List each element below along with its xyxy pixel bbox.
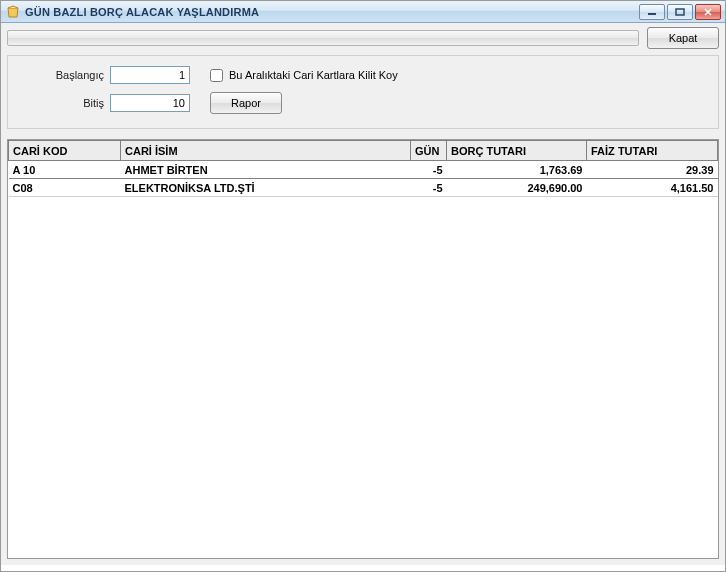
table-cell: AHMET BİRTEN [121, 161, 411, 179]
filter-panel: Başlangıç Bu Aralıktaki Cari Kartlara Ki… [7, 55, 719, 129]
table-cell: 4,161.50 [587, 179, 718, 197]
window-title: GÜN BAZLI BORÇ ALACAK YAŞLANDIRMA [25, 6, 639, 18]
svg-rect-0 [648, 13, 656, 15]
table-cell: C08 [9, 179, 121, 197]
lock-checkbox-row[interactable]: Bu Aralıktaki Cari Kartlara Kilit Koy [210, 69, 706, 82]
table-cell: 1,763.69 [447, 161, 587, 179]
table-row[interactable]: A 10AHMET BİRTEN-51,763.6929.39 [9, 161, 718, 179]
header-gun[interactable]: GÜN [411, 141, 447, 161]
end-label: Bitiş [20, 97, 110, 109]
data-grid[interactable]: CARİ KOD CARİ İSİM GÜN BORÇ TUTARI FAİZ … [7, 139, 719, 559]
lock-checkbox[interactable] [210, 69, 223, 82]
table-cell: ELEKTRONİKSA LTD.ŞTİ [121, 179, 411, 197]
start-input[interactable] [110, 66, 190, 84]
minimize-button[interactable] [639, 4, 665, 20]
progress-bar [7, 30, 639, 46]
start-label: Başlangıç [20, 69, 110, 81]
header-isim[interactable]: CARİ İSİM [121, 141, 411, 161]
maximize-button[interactable] [667, 4, 693, 20]
table-row[interactable]: C08ELEKTRONİKSA LTD.ŞTİ-5249,690.004,161… [9, 179, 718, 197]
titlebar: GÜN BAZLI BORÇ ALACAK YAŞLANDIRMA [1, 1, 725, 23]
rapor-button[interactable]: Rapor [210, 92, 282, 114]
header-borc[interactable]: BORÇ TUTARI [447, 141, 587, 161]
lock-checkbox-label: Bu Aralıktaki Cari Kartlara Kilit Koy [229, 69, 398, 81]
app-icon [5, 4, 21, 20]
table-cell: A 10 [9, 161, 121, 179]
table-cell: -5 [411, 179, 447, 197]
kapat-button[interactable]: Kapat [647, 27, 719, 49]
table-cell: 29.39 [587, 161, 718, 179]
window-controls [639, 4, 721, 20]
header-faiz[interactable]: FAİZ TUTARI [587, 141, 718, 161]
top-row: Kapat [7, 27, 719, 49]
table-cell: -5 [411, 161, 447, 179]
close-window-button[interactable] [695, 4, 721, 20]
client-area: Kapat Başlangıç Bu Aralıktaki Cari Kartl… [1, 23, 725, 565]
svg-rect-1 [676, 9, 684, 15]
header-row: CARİ KOD CARİ İSİM GÜN BORÇ TUTARI FAİZ … [9, 141, 718, 161]
table-cell: 249,690.00 [447, 179, 587, 197]
end-input[interactable] [110, 94, 190, 112]
header-kod[interactable]: CARİ KOD [9, 141, 121, 161]
